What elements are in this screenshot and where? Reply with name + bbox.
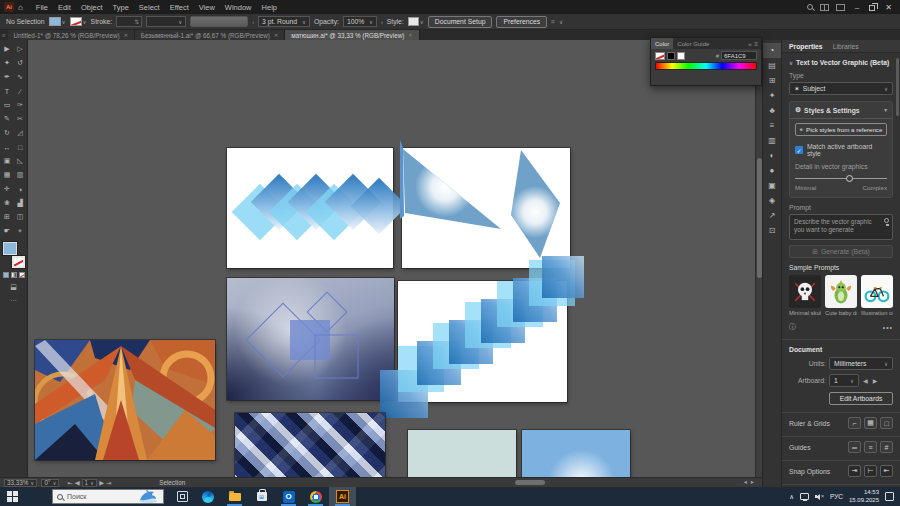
color-spectrum[interactable] [655,62,757,70]
hex-input[interactable]: 6FA1C9 [721,51,757,60]
tool-icon[interactable]: ☛ [1,224,14,238]
style-swatch[interactable] [408,17,419,26]
artboard-number-dropdown[interactable]: 1 ∨ [82,479,98,487]
tool-icon[interactable]: ◑ [14,182,27,196]
units-dropdown[interactable]: Millimeters ∨ [829,357,893,370]
preferences-button[interactable]: Preferences [496,16,547,28]
ruler-grid-icon[interactable]: ⌐ [848,417,861,429]
tool-icon[interactable]: □ [14,140,27,154]
type-dropdown[interactable]: ✶ Subject ∨ [789,82,893,95]
next-artboard-icon[interactable]: ▶ [99,479,104,486]
tool-icon[interactable]: ▶ [1,42,14,56]
arrange-documents-icon[interactable] [836,4,845,11]
style-control[interactable]: ∨ [408,17,424,26]
tool-icon[interactable]: ◫ [14,210,27,224]
scroll-left-icon[interactable]: ◂ [744,478,747,485]
styles-settings-header[interactable]: ⚙ Styles & Settings ▾ [795,106,887,114]
none-swatch[interactable] [655,52,665,60]
panel-dock-icon[interactable]: ▣ [763,178,782,193]
touch-workspace-icon[interactable]: ⌗ [551,18,555,26]
home-icon[interactable]: ⌂ [18,3,23,12]
explorer-taskbar-icon[interactable] [221,487,248,506]
panel-dock-icon[interactable]: ⊞ [763,73,782,88]
tool-icon[interactable]: ↺ [14,56,27,70]
guides-icon[interactable]: ≡ [864,441,877,453]
fill-proxy[interactable] [3,242,17,255]
chrome-taskbar-icon[interactable] [302,487,329,506]
lightbulb-icon[interactable] [884,218,889,223]
guides-icon[interactable]: ═ [848,441,861,453]
tool-icon[interactable]: ✂ [14,112,27,126]
properties-scrollbar-thumb[interactable] [896,58,899,116]
panel-arrows-icon[interactable]: » [748,41,751,47]
t2v-section-header[interactable]: ∨ Text to Vector Graphic (Beta) [789,59,893,66]
panel-dock-icon[interactable]: ◈ [763,193,782,208]
panel-dock-icon[interactable]: ▤ [763,58,782,73]
store-taskbar-icon[interactable]: ⊞ [248,487,275,506]
artboard-6-painting[interactable] [235,413,385,477]
artboard-1[interactable] [227,148,393,268]
tool-icon[interactable]: ✎ [1,112,14,126]
horizontal-scrollbar-thumb[interactable] [515,480,545,485]
scroll-right-icon[interactable]: ▸ [751,478,754,485]
menu-item[interactable]: Object [76,0,108,14]
volume-muted-icon[interactable]: × [815,493,824,501]
panel-dock-icon[interactable]: ✦ [763,88,782,103]
menu-item[interactable]: File [31,0,53,14]
tool-icon[interactable]: ⊞ [1,210,14,224]
sample-bicycle-thumbnail[interactable] [861,275,893,308]
snap-icon[interactable]: ⇥ [848,465,861,477]
artboard-dropdown[interactable]: 1 ∨ [829,374,859,387]
tool-icon[interactable]: ∕ [14,84,27,98]
menu-item[interactable]: Window [220,0,257,14]
document-setup-button[interactable]: Document Setup [428,16,493,28]
tool-icon[interactable]: ▭ [1,98,14,112]
tool-icon[interactable]: ▷ [14,42,27,56]
panel-dock-icon[interactable]: ◔ [763,43,782,58]
artboard-2[interactable] [402,148,570,268]
rotation-dropdown[interactable]: 0° ∨ [41,479,59,487]
tab-libraries[interactable]: Libraries [833,43,859,50]
tool-icon[interactable]: ❀ [1,196,14,210]
panel-dock-icon[interactable]: ◐ [763,148,782,163]
ruler-grid-icon[interactable]: ▦ [864,417,877,429]
close-tab-icon[interactable]: ✕ [408,32,412,38]
slider-thumb[interactable] [846,175,853,182]
panel-dock-icon[interactable]: ▥ [763,133,782,148]
fill-swatch[interactable] [49,17,61,26]
menu-item[interactable]: Effect [165,0,194,14]
next-artboard-icon[interactable]: ▶ [872,377,879,384]
panel-dock-icon[interactable]: ● [763,163,782,178]
network-icon[interactable] [800,493,809,500]
menu-item[interactable]: View [194,0,220,14]
tool-icon[interactable]: ↔ [1,140,14,154]
task-view-button[interactable] [177,491,188,502]
tool-icon[interactable]: ✦ [1,56,14,70]
tool-icon[interactable]: ▥ [14,168,27,182]
brush-definition-preview[interactable] [190,16,248,27]
panel-dock-icon[interactable]: ⊡ [763,223,782,238]
tool-icon[interactable]: ✑ [14,98,27,112]
close-tab-icon[interactable]: ✕ [124,32,128,38]
edit-toolbar-icon[interactable]: … [10,295,17,302]
edge-taskbar-icon[interactable] [194,487,221,506]
tab-color[interactable]: Color [651,38,673,49]
snap-icon[interactable]: ⇤ [880,465,893,477]
illustrator-taskbar-icon[interactable]: Ai [329,487,356,506]
close-button[interactable]: ✕ [882,3,895,12]
snap-icon[interactable]: ⊢ [864,465,877,477]
tool-icon[interactable]: T [1,84,14,98]
artboard-7[interactable] [408,430,516,477]
menu-item[interactable]: Type [108,0,134,14]
tool-icon[interactable]: ◿ [14,126,27,140]
prev-artboard-icon[interactable]: ◀ [862,377,869,384]
artboard-5-painting[interactable] [35,340,215,460]
workspace-switcher-icon[interactable] [820,4,829,11]
zoom-dropdown[interactable]: 33,33% ∨ [4,479,37,487]
menu-item[interactable]: Help [257,0,282,14]
more-options-icon[interactable]: ••• [883,324,893,331]
hidden-icons-chevron[interactable]: ∧ [789,493,794,501]
fill-color-control[interactable]: ∨ [49,17,66,26]
sample-skull-thumbnail[interactable] [789,275,821,308]
panel-dock-icon[interactable]: ♣ [763,103,782,118]
